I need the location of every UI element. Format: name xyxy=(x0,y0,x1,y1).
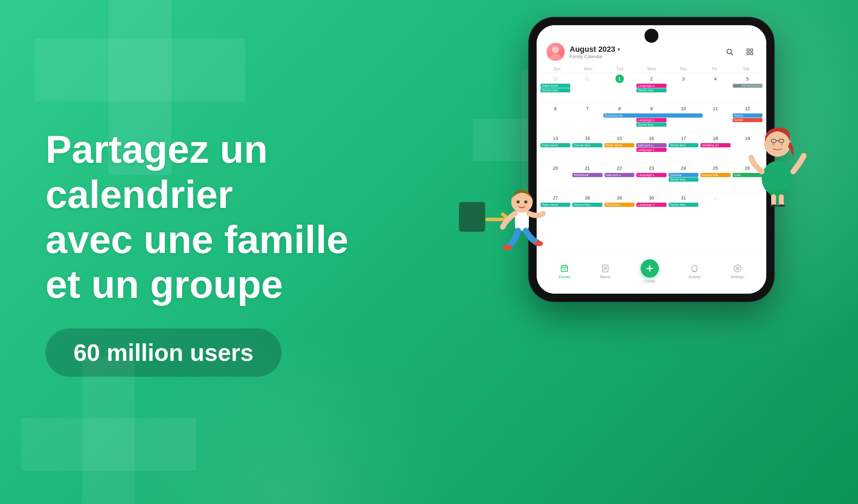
cell-16[interactable]: 16 kate pick u Language s xyxy=(635,133,667,161)
cell-1-sep[interactable]: 1 xyxy=(699,192,731,221)
share-icon[interactable] xyxy=(743,45,756,58)
cell-3-aug[interactable]: 3 xyxy=(668,73,699,102)
event-soccer-2[interactable]: Soccer less xyxy=(572,143,602,147)
cell-31[interactable]: 31 Tennis less xyxy=(668,192,699,221)
event-return[interactable]: Return xyxy=(733,113,762,118)
event-piano-3[interactable]: Piano lesso xyxy=(540,203,570,207)
event-tennis-2[interactable]: Tennis less xyxy=(636,122,666,127)
bg-cross-2 xyxy=(21,357,196,504)
activity-icon xyxy=(690,264,699,273)
cell-1-aug[interactable]: 1 xyxy=(604,73,635,102)
event-piano-1[interactable]: Piano lesso xyxy=(540,84,570,88)
month-title: August 2023 ▾ xyxy=(570,45,620,54)
event-tennis-5[interactable]: Tennis less xyxy=(669,203,698,207)
event-language-2[interactable]: Language s xyxy=(636,118,666,122)
event-kate-2[interactable]: kate pick u xyxy=(605,173,634,177)
event-tennis-3[interactable]: Tennis less xyxy=(669,143,698,147)
svg-point-15 xyxy=(762,161,793,196)
week-1: 30 Piano lesso Soccer less 31 1 2 Langua… xyxy=(539,73,763,102)
cell-8[interactable]: 8 Business trip xyxy=(604,103,635,132)
cell-22[interactable]: 22 kate pick u xyxy=(604,162,635,191)
nav-create[interactable]: Create xyxy=(641,259,659,283)
cell-31-jul[interactable]: 31 xyxy=(571,73,603,102)
cell-4-aug[interactable]: 4 xyxy=(699,73,731,102)
event-gala[interactable]: Gala xyxy=(733,173,762,177)
create-button[interactable] xyxy=(641,259,659,278)
cell-13[interactable]: 13 Piano lesso xyxy=(539,133,571,161)
event-piano-2[interactable]: Piano lesso xyxy=(540,143,570,147)
event-language-1[interactable]: Language s xyxy=(636,84,666,88)
cell-19[interactable]: 19 xyxy=(732,133,763,161)
month-year: August 2023 xyxy=(570,45,615,54)
cell-21[interactable]: 21 Rehearsal xyxy=(571,162,603,191)
day-wed: Wed xyxy=(636,65,667,73)
cell-17[interactable]: 17 Tennis less xyxy=(668,133,699,161)
cell-23[interactable]: 23 Language s xyxy=(635,162,667,191)
cell-18[interactable]: 18 Wedding an xyxy=(699,133,731,161)
event-soccer-3[interactable]: Soccer less xyxy=(572,203,602,207)
cell-12[interactable]: 12 Return Dental xyxy=(732,103,763,132)
svg-point-12 xyxy=(565,269,566,270)
event-lunch[interactable]: lunch xyxy=(733,84,762,88)
day-tue: Tue xyxy=(604,65,636,73)
date-24: 24 xyxy=(679,164,688,172)
settings-icon xyxy=(733,264,742,273)
svg-rect-18 xyxy=(779,194,784,206)
date-6: 6 xyxy=(551,104,560,113)
badge-text: 60 million users xyxy=(74,340,253,366)
search-icon[interactable] xyxy=(723,45,736,58)
phone-notch xyxy=(644,29,658,43)
event-kate-1[interactable]: kate pick u xyxy=(636,143,666,147)
nav-create-label: Create xyxy=(644,279,655,283)
event-electrical[interactable]: Electrical c xyxy=(605,203,634,207)
event-business-trip[interactable]: Business trip xyxy=(604,113,703,118)
cell-7[interactable]: 7 xyxy=(571,103,603,132)
svg-rect-7 xyxy=(747,52,749,55)
event-language-4[interactable]: Language s xyxy=(636,173,666,177)
chevron-icon: ▾ xyxy=(618,47,620,52)
cell-6[interactable]: 6 xyxy=(539,103,571,132)
cell-27[interactable]: 27 Piano lesso xyxy=(539,192,571,221)
cell-25[interactable]: 25 Beauty salo xyxy=(699,162,731,191)
event-book-return[interactable]: Book return xyxy=(605,143,634,147)
date-26: 26 xyxy=(743,164,752,172)
cell-30[interactable]: 30 Language s xyxy=(635,192,667,221)
event-soccer-1[interactable]: Soccer less xyxy=(540,88,570,92)
cell-15[interactable]: 15 Book return xyxy=(604,133,635,161)
svg-rect-6 xyxy=(751,49,753,51)
nav-memo[interactable]: Memo xyxy=(600,264,611,279)
day-sat: Sat xyxy=(731,65,762,73)
event-beauty[interactable]: Beauty salo xyxy=(700,173,730,177)
event-wedding[interactable]: Wedding an xyxy=(700,143,730,147)
cell-29[interactable]: 29 Electrical c xyxy=(604,192,635,221)
cell-14[interactable]: 14 Soccer less xyxy=(571,133,603,161)
cell-11[interactable]: 11 xyxy=(699,103,731,132)
event-tennis-4[interactable]: Tennis less xyxy=(669,177,698,182)
date-29: 29 xyxy=(615,194,624,202)
phone-shell: August 2023 ▾ Family Calendar xyxy=(529,18,774,301)
event-dental[interactable]: Dental xyxy=(733,118,762,122)
cell-24[interactable]: 24 Seminar Tennis less xyxy=(668,162,699,191)
cell-28[interactable]: 28 Soccer less xyxy=(571,192,603,221)
cell-30-jul[interactable]: 30 Piano lesso Soccer less xyxy=(539,73,571,102)
event-tennis-1[interactable]: Tennis less xyxy=(636,88,666,92)
date-18: 18 xyxy=(711,134,720,142)
event-language-3[interactable]: Language s xyxy=(636,148,666,152)
event-seminar[interactable]: Seminar xyxy=(669,173,698,177)
cell-5-aug[interactable]: 5 lunch xyxy=(732,73,763,102)
date-17: 17 xyxy=(679,134,688,142)
cell-20[interactable]: 20 xyxy=(539,162,571,191)
event-language-5[interactable]: Language s xyxy=(636,203,666,207)
nav-events[interactable]: Events xyxy=(559,264,571,279)
cell-26[interactable]: 26 Gala xyxy=(732,162,763,191)
svg-rect-24 xyxy=(779,139,784,142)
date-13: 13 xyxy=(551,134,560,142)
cell-empty[interactable] xyxy=(732,192,763,221)
nav-settings[interactable]: Settings xyxy=(731,264,745,279)
svg-rect-5 xyxy=(747,49,749,51)
svg-point-21 xyxy=(772,143,775,146)
event-rehearsal[interactable]: Rehearsal xyxy=(572,173,602,177)
cell-2-aug[interactable]: 2 Language s Tennis less xyxy=(635,73,667,102)
date-11: 11 xyxy=(711,104,720,113)
nav-activity[interactable]: Activity xyxy=(689,264,701,279)
